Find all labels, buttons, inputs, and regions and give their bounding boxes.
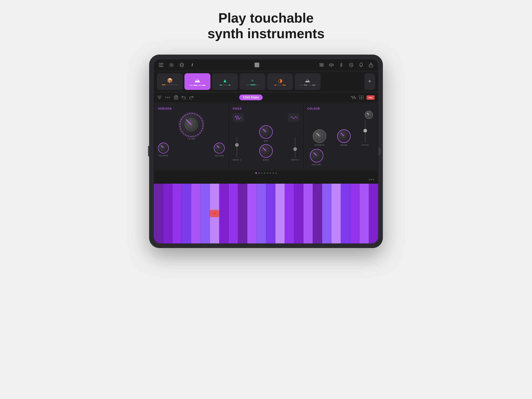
more-icon[interactable]: ••• [165,95,171,99]
page-dot-6[interactable] [270,172,271,174]
volume-icon[interactable] [328,62,335,68]
delete-icon[interactable] [174,95,178,99]
share-icon[interactable] [368,62,374,68]
preset-card-2[interactable]: ⛰ [184,73,210,90]
bell-icon[interactable] [358,62,364,68]
svg-point-11 [320,63,321,64]
mixer-icon[interactable] [318,62,325,68]
mix-knob[interactable] [259,125,273,139]
svg-point-12 [322,64,323,66]
voice-section: VOICE [229,104,303,169]
key-6[interactable] [201,184,210,243]
add-preset-button[interactable]: + [364,73,375,90]
tool-bar-right: rec [351,95,375,100]
preset-card-6[interactable]: ⛰ [295,73,321,90]
key-19[interactable] [322,184,331,243]
key-20[interactable] [331,184,341,243]
noise-knob[interactable] [337,129,351,143]
top-bar: i [154,59,378,71]
page-dot-2[interactable] [258,172,260,174]
key-14[interactable] [275,184,285,243]
reverb-knob-container: REVERB [158,143,169,157]
page-dot-3[interactable] [261,172,263,174]
wave2-fader[interactable]: WAVE 2 [291,137,299,161]
waveform-2-button[interactable] [288,113,300,122]
page-dot-4[interactable] [264,172,265,174]
key-5[interactable] [191,184,201,243]
svg-point-13 [321,66,322,67]
pitch-track [365,119,366,143]
key-23[interactable] [360,184,369,243]
redo-icon[interactable] [189,96,194,99]
rec-indicator [210,210,219,217]
mix-label: MIX [264,140,268,142]
wave-icon[interactable] [351,96,356,99]
stop-button[interactable] [255,63,259,67]
waveform-1-button[interactable] [232,113,244,122]
key-3[interactable] [172,184,182,243]
detune-knob-container: DETUNE [214,143,225,157]
key-22[interactable] [350,184,360,243]
key-2[interactable] [163,184,172,243]
key-13[interactable] [266,184,275,243]
layers-icon[interactable] [158,62,164,68]
grid-icon[interactable] [359,96,363,99]
preset-card-3[interactable]: ▲ [212,73,238,90]
key-16[interactable] [294,184,303,243]
filter-knob[interactable] [180,113,203,137]
keyboard-area[interactable] [154,184,378,243]
page-dot-7[interactable] [272,172,274,174]
bank-label: BANK [263,159,269,161]
key-10[interactable] [238,184,247,243]
settings-icon[interactable] [168,62,175,68]
filter-icon[interactable] [157,96,162,99]
colour-title: COLOUR [307,107,374,110]
key-15[interactable] [285,184,294,243]
warmth-knob[interactable] [313,129,326,143]
info-icon[interactable]: i [189,62,195,68]
page-dot-8[interactable] [275,172,277,174]
key-7[interactable] [210,184,219,243]
globe-icon[interactable] [179,62,185,68]
key-12[interactable] [257,184,266,243]
key-9[interactable] [229,184,238,243]
key-24[interactable] [369,184,378,243]
bank-knob[interactable] [259,144,273,158]
page-dot-5[interactable] [267,172,268,174]
keyboard-keys [154,184,378,243]
voice-title: VOICE [232,107,299,110]
preset-card-4[interactable]: ≈ [240,73,265,90]
key-21[interactable] [341,184,350,243]
record-button[interactable]: rec [367,95,375,100]
key-17[interactable] [303,184,313,243]
eq-icon[interactable] [348,62,354,68]
ipad-screen: i [154,59,378,243]
key-1[interactable] [154,184,163,243]
colour-detune-knob[interactable] [310,149,323,162]
undo-icon[interactable] [182,96,186,99]
key-8[interactable] [219,184,229,243]
page-dot-1[interactable] [255,172,257,174]
tuning-icon[interactable] [338,62,344,68]
preset-name-badge[interactable]: Chill Stabs [239,95,263,100]
ipad-side-button [148,146,149,156]
colour-detune-container: DETUNE [310,149,323,166]
top-bar-right [318,62,374,68]
key-11[interactable] [247,184,257,243]
detune-knob[interactable] [214,143,225,154]
preset-card-1[interactable]: 📦 [157,73,183,90]
wave2-label: WAVE 2 [291,159,299,161]
reverb-label: REVERB [159,155,168,157]
svg-point-4 [170,63,173,67]
key-18[interactable] [313,184,322,243]
key-4[interactable] [182,184,191,243]
wave1-fader[interactable]: WAVE 1 [232,137,241,161]
warmth-knob-container: WARMTH [313,129,326,146]
preset-card-5[interactable]: ◑ [267,73,293,90]
reverb-knob[interactable] [158,143,169,154]
pitch-label: PITCH [362,144,369,146]
tool-bar: ••• [154,92,378,103]
filter-knob-container: FILTER [180,113,203,140]
bottom-bar: ••• [154,176,378,184]
pitch-control[interactable] [365,111,373,119]
